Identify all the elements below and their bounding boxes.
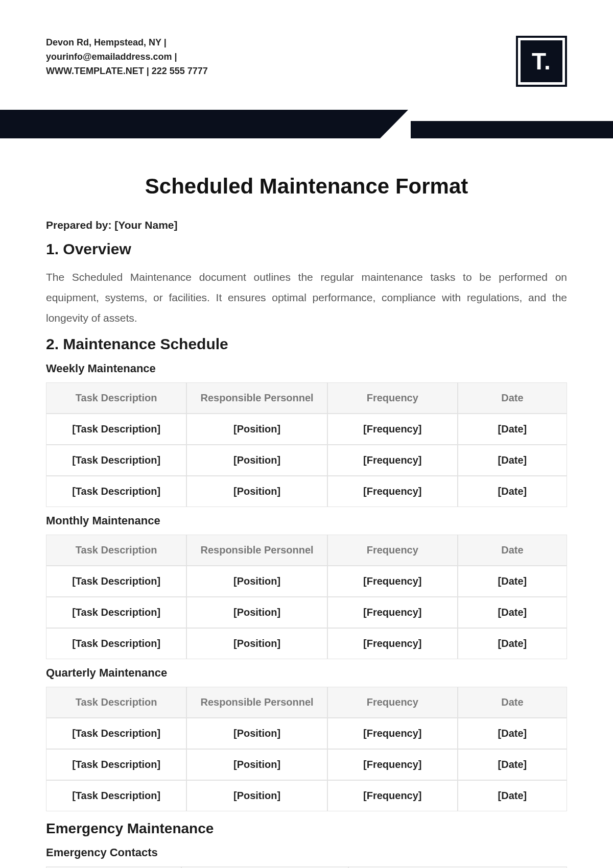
letterhead: Devon Rd, Hempstead, NY | yourinfo@email… <box>46 36 567 87</box>
monthly-heading: Monthly Maintenance <box>46 514 567 527</box>
monthly-table: Task Description Responsible Personnel F… <box>46 535 567 659</box>
cell-task: [Task Description] <box>46 628 186 659</box>
cell-date: [Date] <box>458 780 567 811</box>
table-row: [Task Description] [Position] [Frequency… <box>46 597 567 628</box>
cell-date: [Date] <box>458 749 567 780</box>
table-header-row: Task Description Responsible Personnel F… <box>46 382 567 414</box>
th-resp: Responsible Personnel <box>186 687 327 718</box>
th-date: Date <box>458 535 567 566</box>
cell-freq: [Frequency] <box>327 749 458 780</box>
th-freq: Frequency <box>327 535 458 566</box>
cell-resp: [Position] <box>186 414 327 445</box>
th-date: Date <box>458 382 567 414</box>
cell-freq: [Frequency] <box>327 566 458 597</box>
cell-date: [Date] <box>458 718 567 749</box>
contact-info: Devon Rd, Hempstead, NY | yourinfo@email… <box>46 36 261 79</box>
cell-freq: [Frequency] <box>327 476 458 507</box>
table-header-row: Task Description Responsible Personnel F… <box>46 535 567 566</box>
cell-task: [Task Description] <box>46 445 186 476</box>
section-overview-heading: 1. Overview <box>46 240 567 258</box>
cell-resp: [Position] <box>186 476 327 507</box>
cell-freq: [Frequency] <box>327 414 458 445</box>
table-row: [Task Description] [Position] [Frequency… <box>46 749 567 780</box>
cell-date: [Date] <box>458 566 567 597</box>
cell-date: [Date] <box>458 445 567 476</box>
cell-freq: [Frequency] <box>327 780 458 811</box>
cell-task: [Task Description] <box>46 566 186 597</box>
emergency-contacts-heading: Emergency Contacts <box>46 846 567 859</box>
cell-resp: [Position] <box>186 566 327 597</box>
th-freq: Frequency <box>327 687 458 718</box>
quarterly-heading: Quarterly Maintenance <box>46 666 567 680</box>
table-row: [Task Description] [Position] [Frequency… <box>46 445 567 476</box>
cell-freq: [Frequency] <box>327 718 458 749</box>
th-task: Task Description <box>46 687 186 718</box>
overview-body: The Scheduled Maintenance document outli… <box>46 267 567 328</box>
table-row: [Task Description] [Position] [Frequency… <box>46 566 567 597</box>
th-task: Task Description <box>46 535 186 566</box>
cell-date: [Date] <box>458 414 567 445</box>
cell-task: [Task Description] <box>46 597 186 628</box>
table-row: [Task Description] [Position] [Frequency… <box>46 476 567 507</box>
th-date: Date <box>458 687 567 718</box>
cell-resp: [Position] <box>186 628 327 659</box>
cell-date: [Date] <box>458 476 567 507</box>
weekly-table: Task Description Responsible Personnel F… <box>46 382 567 507</box>
cell-freq: [Frequency] <box>327 445 458 476</box>
logo-icon: T. <box>521 40 562 82</box>
banner-left-shape <box>0 110 380 138</box>
table-row: [Task Description] [Position] [Frequency… <box>46 780 567 811</box>
cell-task: [Task Description] <box>46 718 186 749</box>
prepared-by: Prepared by: [Your Name] <box>46 219 567 231</box>
quarterly-table: Task Description Responsible Personnel F… <box>46 687 567 811</box>
cell-task: [Task Description] <box>46 414 186 445</box>
cell-freq: [Frequency] <box>327 597 458 628</box>
cell-task: [Task Description] <box>46 749 186 780</box>
logo-frame: T. <box>516 36 567 87</box>
banner-right-shape <box>411 121 613 138</box>
decorative-banner <box>0 110 613 138</box>
th-freq: Frequency <box>327 382 458 414</box>
cell-resp: [Position] <box>186 597 327 628</box>
cell-resp: [Position] <box>186 718 327 749</box>
cell-resp: [Position] <box>186 780 327 811</box>
th-resp: Responsible Personnel <box>186 535 327 566</box>
cell-date: [Date] <box>458 597 567 628</box>
th-resp: Responsible Personnel <box>186 382 327 414</box>
emergency-heading: Emergency Maintenance <box>46 821 567 837</box>
section-schedule-heading: 2. Maintenance Schedule <box>46 335 567 353</box>
document-page: Devon Rd, Hempstead, NY | yourinfo@email… <box>0 0 613 868</box>
cell-task: [Task Description] <box>46 780 186 811</box>
cell-date: [Date] <box>458 628 567 659</box>
table-row: [Task Description] [Position] [Frequency… <box>46 718 567 749</box>
th-task: Task Description <box>46 382 186 414</box>
cell-task: [Task Description] <box>46 476 186 507</box>
table-row: [Task Description] [Position] [Frequency… <box>46 628 567 659</box>
table-header-row: Task Description Responsible Personnel F… <box>46 687 567 718</box>
table-row: [Task Description] [Position] [Frequency… <box>46 414 567 445</box>
cell-freq: [Frequency] <box>327 628 458 659</box>
cell-resp: [Position] <box>186 445 327 476</box>
weekly-heading: Weekly Maintenance <box>46 362 567 375</box>
cell-resp: [Position] <box>186 749 327 780</box>
document-title: Scheduled Maintenance Format <box>46 174 567 199</box>
